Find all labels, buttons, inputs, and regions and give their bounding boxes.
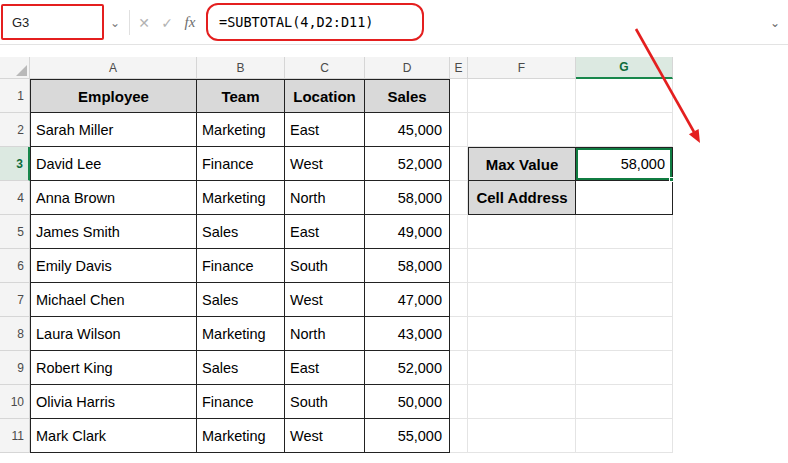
cell-E7[interactable] bbox=[450, 283, 468, 317]
cell-F6[interactable] bbox=[468, 249, 576, 283]
cell-B9[interactable]: Sales bbox=[197, 351, 285, 385]
cell-B4[interactable]: Marketing bbox=[197, 181, 285, 215]
cell-E1[interactable] bbox=[450, 79, 468, 113]
cell-F10[interactable] bbox=[468, 385, 576, 419]
cancel-icon[interactable]: ✕ bbox=[134, 0, 154, 45]
cell-F5[interactable] bbox=[468, 215, 576, 249]
cell-E6[interactable] bbox=[450, 249, 468, 283]
cell-C5[interactable]: East bbox=[285, 215, 365, 249]
formula-bar-expand-icon[interactable]: ⌄ bbox=[766, 0, 784, 45]
cell-F7[interactable] bbox=[468, 283, 576, 317]
column-header-A[interactable]: A bbox=[30, 57, 197, 79]
cell-A7[interactable]: Michael Chen bbox=[30, 283, 197, 317]
cell-G5[interactable] bbox=[576, 215, 673, 249]
column-header-B[interactable]: B bbox=[197, 57, 285, 79]
cell-D9[interactable]: 52,000 bbox=[365, 351, 450, 385]
row-header-2[interactable]: 2 bbox=[0, 113, 30, 147]
name-box[interactable]: G3 bbox=[3, 6, 102, 38]
row-header-4[interactable]: 4 bbox=[0, 181, 30, 215]
cell-G9[interactable] bbox=[576, 351, 673, 385]
column-header-G[interactable]: G bbox=[576, 57, 673, 79]
cell-A5[interactable]: James Smith bbox=[30, 215, 197, 249]
cell-A2[interactable]: Sarah Miller bbox=[30, 113, 197, 147]
table-header-A1[interactable]: Employee bbox=[30, 79, 197, 113]
cell-C6[interactable]: South bbox=[285, 249, 365, 283]
cell-B10[interactable]: Finance bbox=[197, 385, 285, 419]
cell-E8[interactable] bbox=[450, 317, 468, 351]
cell-G2[interactable] bbox=[576, 113, 673, 147]
cell-G6[interactable] bbox=[576, 249, 673, 283]
cell-B11[interactable]: Marketing bbox=[197, 419, 285, 453]
column-header-E[interactable]: E bbox=[450, 57, 468, 79]
cell-D5[interactable]: 49,000 bbox=[365, 215, 450, 249]
cell-C8[interactable]: North bbox=[285, 317, 365, 351]
cell-C7[interactable]: West bbox=[285, 283, 365, 317]
cell-G1[interactable] bbox=[576, 79, 673, 113]
cell-B2[interactable]: Marketing bbox=[197, 113, 285, 147]
cell-D8[interactable]: 43,000 bbox=[365, 317, 450, 351]
cell-A8[interactable]: Laura Wilson bbox=[30, 317, 197, 351]
cell-D4[interactable]: 58,000 bbox=[365, 181, 450, 215]
cell-address-label[interactable]: Cell Address bbox=[468, 181, 576, 215]
cell-C2[interactable]: East bbox=[285, 113, 365, 147]
row-header-1[interactable]: 1 bbox=[0, 79, 30, 113]
column-header-D[interactable]: D bbox=[365, 57, 450, 79]
cell-C3[interactable]: West bbox=[285, 147, 365, 181]
row-header-9[interactable]: 9 bbox=[0, 351, 30, 385]
active-cell-G3[interactable]: 58,000 bbox=[576, 147, 673, 181]
formula-input[interactable]: =SUBTOTAL(4,D2:D11) bbox=[208, 14, 373, 30]
cell-C11[interactable]: West bbox=[285, 419, 365, 453]
insert-function-icon[interactable]: fx bbox=[180, 0, 200, 45]
cell-E5[interactable] bbox=[450, 215, 468, 249]
cell-E3[interactable] bbox=[450, 147, 468, 181]
cell-B6[interactable]: Finance bbox=[197, 249, 285, 283]
cell-G7[interactable] bbox=[576, 283, 673, 317]
cell-D7[interactable]: 47,000 bbox=[365, 283, 450, 317]
cell-A4[interactable]: Anna Brown bbox=[30, 181, 197, 215]
max-value-label[interactable]: Max Value bbox=[468, 147, 576, 181]
cell-A3[interactable]: David Lee bbox=[30, 147, 197, 181]
cell-F11[interactable] bbox=[468, 419, 576, 453]
row-header-3[interactable]: 3 bbox=[0, 147, 30, 181]
cell-D11[interactable]: 55,000 bbox=[365, 419, 450, 453]
cell-A10[interactable]: Olivia Harris bbox=[30, 385, 197, 419]
cell-D6[interactable]: 58,000 bbox=[365, 249, 450, 283]
cell-B7[interactable]: Sales bbox=[197, 283, 285, 317]
cell-C4[interactable]: North bbox=[285, 181, 365, 215]
cell-G8[interactable] bbox=[576, 317, 673, 351]
cell-G10[interactable] bbox=[576, 385, 673, 419]
table-header-C1[interactable]: Location bbox=[285, 79, 365, 113]
cell-F1[interactable] bbox=[468, 79, 576, 113]
column-header-F[interactable]: F bbox=[468, 57, 576, 79]
cell-B8[interactable]: Marketing bbox=[197, 317, 285, 351]
cell-E9[interactable] bbox=[450, 351, 468, 385]
row-header-6[interactable]: 6 bbox=[0, 249, 30, 283]
cell-E4[interactable] bbox=[450, 181, 468, 215]
cell-E11[interactable] bbox=[450, 419, 468, 453]
cell-G11[interactable] bbox=[576, 419, 673, 453]
cell-A11[interactable]: Mark Clark bbox=[30, 419, 197, 453]
row-header-7[interactable]: 7 bbox=[0, 283, 30, 317]
cell-B3[interactable]: Finance bbox=[197, 147, 285, 181]
table-header-B1[interactable]: Team bbox=[197, 79, 285, 113]
cell-C10[interactable]: South bbox=[285, 385, 365, 419]
cell-F2[interactable] bbox=[468, 113, 576, 147]
cell-D10[interactable]: 50,000 bbox=[365, 385, 450, 419]
cell-G4[interactable] bbox=[576, 181, 673, 215]
cell-A9[interactable]: Robert King bbox=[30, 351, 197, 385]
cell-B5[interactable]: Sales bbox=[197, 215, 285, 249]
cell-F8[interactable] bbox=[468, 317, 576, 351]
enter-icon[interactable]: ✓ bbox=[157, 0, 177, 45]
row-header-8[interactable]: 8 bbox=[0, 317, 30, 351]
cell-E2[interactable] bbox=[450, 113, 468, 147]
cell-A6[interactable]: Emily Davis bbox=[30, 249, 197, 283]
table-header-D1[interactable]: Sales bbox=[365, 79, 450, 113]
cell-E10[interactable] bbox=[450, 385, 468, 419]
select-all-corner[interactable] bbox=[0, 57, 30, 79]
row-header-11[interactable]: 11 bbox=[0, 419, 30, 453]
column-header-C[interactable]: C bbox=[285, 57, 365, 79]
cell-D2[interactable]: 45,000 bbox=[365, 113, 450, 147]
cell-D3[interactable]: 52,000 bbox=[365, 147, 450, 181]
fill-handle[interactable] bbox=[669, 177, 674, 182]
cell-F9[interactable] bbox=[468, 351, 576, 385]
